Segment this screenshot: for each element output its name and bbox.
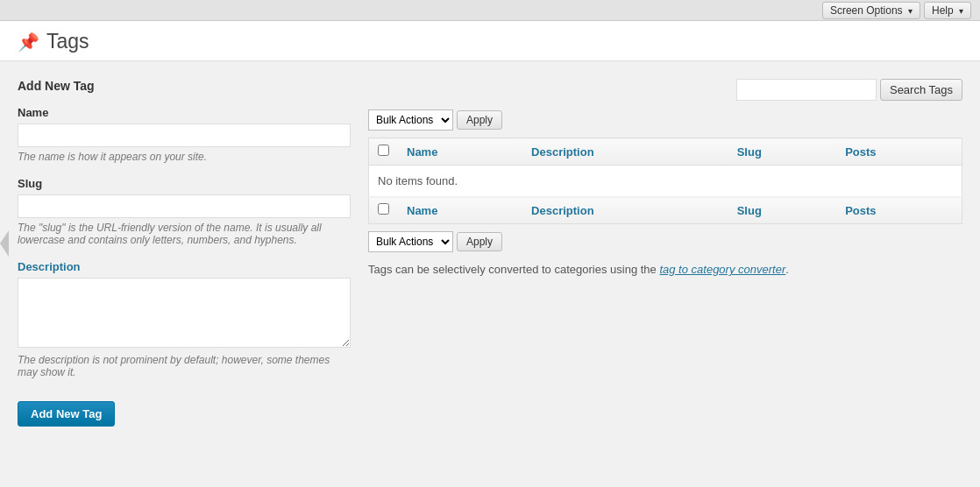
tags-table: Name Description Slug Posts No items fou… (368, 138, 962, 224)
page-header: 📌 Tags (0, 21, 980, 61)
footer-link-label: tag to category converter (659, 263, 785, 276)
header-posts-col[interactable]: Posts (836, 138, 962, 166)
no-items-row: No items found. (369, 166, 962, 197)
header-slug-col[interactable]: Slug (728, 138, 836, 166)
select-all-checkbox-bottom[interactable] (378, 203, 389, 215)
description-field-group: Description The description is not promi… (18, 260, 351, 378)
table-footer-row: Name Description Slug Posts (369, 197, 962, 224)
apply-bottom-label: Apply (466, 236, 493, 248)
header-checkbox-col (369, 138, 399, 166)
bulk-actions-bottom-row: Bulk Actions Delete Apply (368, 231, 962, 252)
main-content: Add New Tag Name The name is how it appe… (0, 61, 980, 444)
slug-field-group: Slug The "slug" is the URL-friendly vers… (18, 177, 351, 246)
description-hint: The description is not prominent by defa… (18, 354, 351, 378)
tags-table-panel: Search Tags Bulk Actions Delete Apply (368, 79, 962, 427)
help-button[interactable]: Help ▾ (924, 2, 971, 19)
header-name-col[interactable]: Name (398, 138, 522, 166)
screen-options-label: Screen Options (830, 4, 903, 17)
search-row: Search Tags (368, 79, 962, 101)
slug-hint: The "slug" is the URL-friendly version o… (18, 222, 351, 246)
name-field-group: Name The name is how it appears on your … (18, 106, 351, 163)
footer-posts-col[interactable]: Posts (836, 197, 962, 224)
col-description-label: Description (531, 145, 594, 159)
footer-description-col[interactable]: Description (522, 197, 728, 224)
help-label: Help (932, 4, 954, 17)
header-description-col[interactable]: Description (522, 138, 728, 166)
apply-bottom-button[interactable]: Apply (457, 232, 502, 251)
description-textarea[interactable] (18, 278, 351, 348)
footer-checkbox-col (369, 197, 399, 224)
col-slug-label: Slug (737, 145, 762, 159)
name-label: Name (18, 106, 351, 119)
screen-options-button[interactable]: Screen Options ▾ (822, 2, 920, 19)
description-label: Description (18, 260, 351, 273)
help-arrow-icon: ▾ (959, 6, 963, 16)
slug-input[interactable] (18, 194, 351, 218)
tags-icon: 📌 (18, 32, 39, 53)
search-tags-button[interactable]: Search Tags (880, 79, 962, 101)
footer-col-description-label: Description (531, 204, 594, 217)
slug-label: Slug (18, 177, 351, 190)
name-hint: The name is how it appears on your site. (18, 151, 351, 163)
submit-label: Add New Tag (31, 407, 102, 420)
footer-slug-col[interactable]: Slug (728, 197, 836, 224)
col-posts-label: Posts (845, 145, 876, 159)
col-name-label: Name (407, 145, 437, 159)
footer-text-end: . (785, 263, 789, 276)
footer-text-start: Tags can be selectively converted to cat… (368, 263, 659, 276)
footer-col-posts-label: Posts (845, 204, 876, 217)
add-new-tag-button[interactable]: Add New Tag (18, 401, 115, 427)
tag-to-category-link[interactable]: tag to category converter (659, 263, 785, 276)
add-new-tag-title: Add New Tag (18, 79, 351, 93)
screen-options-arrow-icon: ▾ (908, 6, 913, 16)
table-header-row: Name Description Slug Posts (369, 138, 962, 166)
apply-top-button[interactable]: Apply (457, 110, 502, 130)
search-tags-input[interactable] (736, 79, 877, 101)
footer-col-name-label: Name (407, 204, 437, 217)
bulk-actions-top-select[interactable]: Bulk Actions Delete (368, 109, 453, 131)
bulk-actions-bottom-select[interactable]: Bulk Actions Delete (368, 231, 453, 252)
select-all-checkbox-top[interactable] (378, 145, 389, 156)
search-tags-label: Search Tags (890, 83, 953, 96)
bulk-actions-top-row: Bulk Actions Delete Apply (368, 109, 962, 131)
page-title: Tags (46, 30, 89, 53)
add-new-tag-panel: Add New Tag Name The name is how it appe… (18, 79, 351, 427)
footer-info: Tags can be selectively converted to cat… (368, 263, 962, 276)
footer-col-slug-label: Slug (737, 204, 762, 217)
apply-top-label: Apply (466, 114, 493, 126)
name-input[interactable] (18, 124, 351, 147)
no-items-cell: No items found. (369, 166, 962, 197)
footer-name-col[interactable]: Name (398, 197, 522, 224)
top-bar: Screen Options ▾ Help ▾ (0, 0, 980, 21)
